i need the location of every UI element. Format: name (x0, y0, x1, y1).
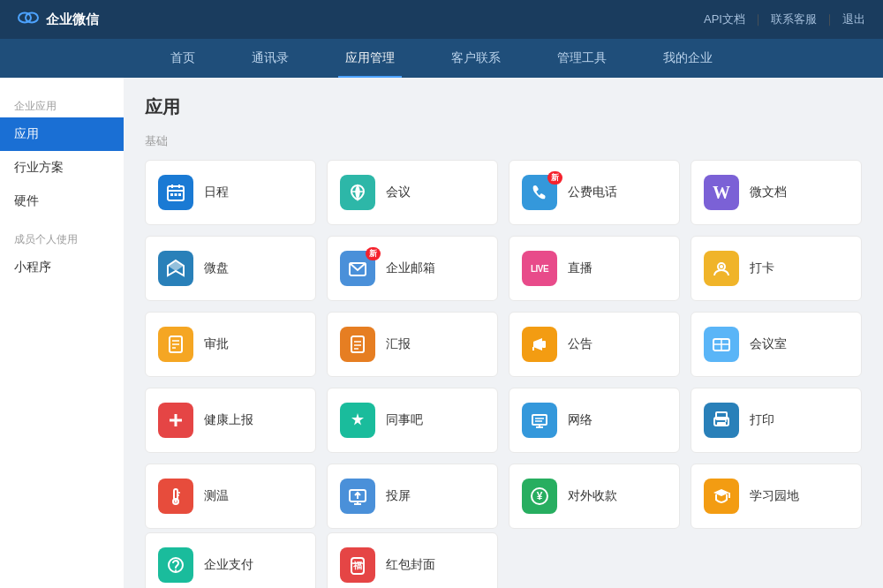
app-checkin-name: 打卡 (750, 260, 774, 276)
app-announcement-icon (522, 327, 557, 362)
app-payment-name: 对外收款 (568, 488, 617, 504)
logo: 企业微信 (18, 9, 99, 30)
logo-icon (18, 9, 39, 30)
sidebar-group-personal: 成员个人使用 (0, 225, 124, 251)
svg-rect-23 (542, 341, 546, 348)
app-redpacket-icon: 福 (340, 547, 375, 583)
api-link[interactable]: API文档 (704, 11, 745, 27)
sidebar-item-industry[interactable]: 行业方案 (0, 151, 124, 185)
app-meetingroom-name: 会议室 (750, 336, 787, 352)
sidebar-item-hardware[interactable]: 硬件 (0, 185, 124, 218)
nav-tools[interactable]: 管理工具 (529, 39, 635, 78)
main-content: 应用 基础 日程 会议 新 (124, 78, 883, 588)
svg-rect-6 (170, 193, 173, 196)
svg-point-41 (175, 501, 177, 503)
app-report-icon (340, 327, 375, 362)
app-learning-icon (704, 479, 739, 514)
app-meeting[interactable]: 会议 (327, 160, 498, 225)
app-payment-icon: ¥ (522, 479, 557, 514)
app-meetingroom[interactable]: 会议室 (691, 312, 862, 377)
app-redpacket[interactable]: 福 红包封面 (327, 532, 498, 588)
app-meeting-name: 会议 (386, 185, 411, 200)
app-temp-icon (158, 479, 193, 514)
app-report[interactable]: 汇报 (327, 312, 498, 377)
logo-text: 企业微信 (46, 11, 99, 28)
app-payment[interactable]: ¥ 对外收款 (509, 464, 680, 529)
svg-point-38 (725, 420, 727, 422)
app-colleague-name: 同事吧 (386, 412, 423, 428)
svg-marker-11 (168, 260, 184, 271)
navbar: 首页 通讯录 应用管理 客户联系 管理工具 我的企业 (0, 39, 883, 78)
app-learning[interactable]: 学习园地 (691, 464, 862, 529)
app-schedule-icon (158, 175, 193, 210)
nav-company[interactable]: 我的企业 (635, 39, 741, 78)
contact-link[interactable]: 联系客服 (771, 11, 817, 27)
app-meeting-icon (340, 175, 375, 210)
app-health-icon (158, 403, 193, 438)
app-schedule[interactable]: 日程 (145, 160, 316, 225)
sidebar: 企业应用 应用 行业方案 硬件 成员个人使用 小程序 (0, 78, 124, 588)
svg-rect-19 (351, 336, 364, 352)
app-email-name: 企业邮箱 (386, 260, 435, 276)
layout: 企业应用 应用 行业方案 硬件 成员个人使用 小程序 应用 基础 日程 会议 (0, 78, 883, 588)
divider2: ｜ (824, 11, 835, 27)
logout-link[interactable]: 退出 (842, 11, 865, 27)
app-disk-name: 微盘 (204, 260, 229, 276)
app-doc[interactable]: W 微文档 (691, 160, 862, 225)
app-live-name: 直播 (568, 260, 592, 276)
app-bizpay-icon (158, 547, 193, 583)
app-temp-name: 测温 (204, 488, 229, 504)
app-disk-icon (158, 251, 193, 286)
nav-contacts[interactable]: 通讯录 (223, 39, 317, 78)
app-phone[interactable]: 新 公费电话 (509, 160, 680, 225)
svg-rect-30 (532, 415, 547, 425)
app-report-name: 汇报 (386, 336, 411, 352)
nav-customer[interactable]: 客户联系 (423, 39, 529, 78)
app-schedule-name: 日程 (204, 185, 229, 200)
sidebar-group-enterprise: 企业应用 (0, 92, 124, 117)
svg-point-14 (720, 265, 723, 268)
app-meetingroom-icon (704, 327, 739, 362)
app-phone-name: 公费电话 (568, 185, 617, 200)
app-bizpay-name: 企业支付 (204, 557, 253, 573)
app-checkin[interactable]: 打卡 (691, 236, 862, 301)
svg-point-52 (175, 569, 177, 571)
phone-badge: 新 (547, 171, 562, 185)
nav-home[interactable]: 首页 (142, 39, 223, 78)
svg-rect-37 (717, 422, 726, 426)
svg-text:福: 福 (352, 561, 362, 570)
sidebar-item-miniprogram[interactable]: 小程序 (0, 251, 124, 284)
basic-app-grid-row2: 企业支付 福 红包封面 (145, 532, 862, 588)
app-approval-icon (158, 327, 193, 362)
topbar: 企业微信 API文档 ｜ 联系客服 ｜ 退出 (0, 0, 883, 39)
topbar-right: API文档 ｜ 联系客服 ｜ 退出 (704, 11, 865, 27)
app-email-icon: 新 (340, 251, 375, 286)
app-screen[interactable]: 投屏 (327, 464, 498, 529)
app-bizpay[interactable]: 企业支付 (145, 532, 316, 588)
app-checkin-icon (704, 251, 739, 286)
app-health[interactable]: 健康上报 (145, 388, 316, 453)
svg-text:¥: ¥ (537, 490, 543, 502)
app-colleague[interactable]: 同事吧 (327, 388, 498, 453)
app-approval[interactable]: 审批 (145, 312, 316, 377)
app-print-name: 打印 (750, 412, 774, 428)
app-learning-name: 学习园地 (750, 488, 799, 504)
app-announcement[interactable]: 公告 (509, 312, 680, 377)
app-health-name: 健康上报 (204, 412, 253, 428)
page-title: 应用 (145, 95, 862, 119)
app-approval-name: 审批 (204, 336, 229, 352)
app-temp[interactable]: 测温 (145, 464, 316, 529)
svg-rect-8 (178, 193, 181, 196)
app-live[interactable]: LIVE 直播 (509, 236, 680, 301)
svg-rect-7 (175, 193, 177, 196)
app-screen-name: 投屏 (386, 488, 411, 504)
nav-apps[interactable]: 应用管理 (317, 39, 423, 78)
sidebar-item-apps[interactable]: 应用 (0, 117, 124, 151)
app-live-icon: LIVE (522, 251, 557, 286)
basic-app-grid: 日程 会议 新 公费电话 W (145, 160, 862, 529)
app-disk[interactable]: 微盘 (145, 236, 316, 301)
app-print[interactable]: 打印 (691, 388, 862, 453)
app-email[interactable]: 新 企业邮箱 (327, 236, 498, 301)
app-network[interactable]: 网络 (509, 388, 680, 453)
app-network-icon (522, 403, 557, 438)
